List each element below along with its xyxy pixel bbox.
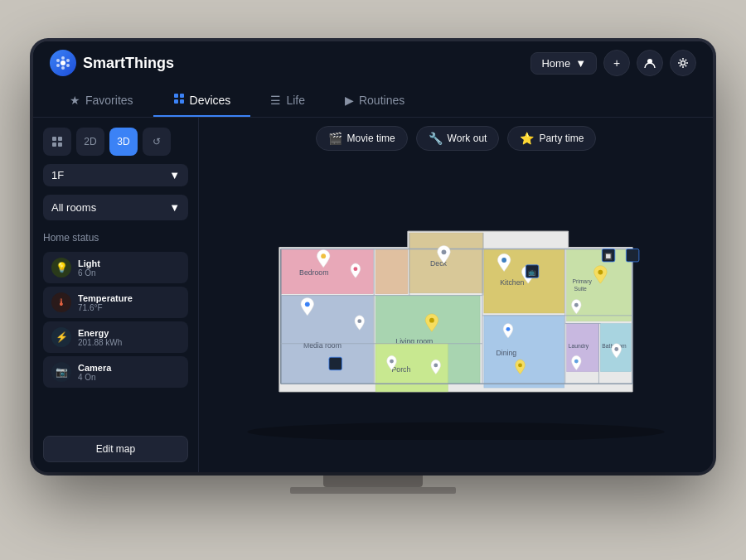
svg-point-64 (390, 360, 394, 364)
profile-button[interactable] (637, 50, 663, 76)
devices-icon (173, 93, 185, 107)
svg-text:Laundry: Laundry (569, 343, 589, 350)
svg-rect-11 (174, 99, 178, 104)
status-energy[interactable]: ⚡ Energy 201.88 kWh (43, 321, 188, 353)
2d-view-button[interactable]: 2D (76, 128, 104, 156)
nav-tabs: ★ Favorites Devices ☰ (33, 84, 713, 118)
floor-selector[interactable]: 1F ▼ (43, 164, 188, 186)
svg-text:Kitchen: Kitchen (500, 278, 524, 287)
tab-devices[interactable]: Devices (153, 84, 251, 117)
tab-life[interactable]: ☰ Life (250, 85, 325, 117)
workout-icon: 🔧 (429, 132, 443, 145)
svg-rect-75 (329, 357, 342, 370)
smartthings-app: SmartThings Home ▼ + (33, 41, 713, 472)
map-area: 🎬 Movie time 🔧 Work out ⭐ Party time (199, 118, 713, 472)
svg-point-58 (442, 249, 447, 254)
svg-rect-73 (626, 249, 639, 262)
scene-workout[interactable]: 🔧 Work out (416, 126, 500, 151)
svg-point-63 (574, 303, 579, 307)
light-icon: 💡 (51, 258, 71, 278)
svg-point-76 (434, 363, 438, 367)
svg-rect-9 (174, 94, 178, 98)
life-icon: ☰ (270, 94, 281, 107)
svg-point-6 (56, 59, 60, 62)
tab-favorites[interactable]: ★ Favorites (50, 85, 153, 117)
svg-rect-12 (180, 99, 184, 104)
logo-area: SmartThings (50, 50, 521, 76)
tab-routines[interactable]: ▶ Routines (325, 85, 424, 117)
svg-text:Media room: Media room (303, 341, 342, 350)
energy-icon: ⚡ (51, 327, 71, 347)
temperature-text: Temperature 71.6°F (78, 293, 133, 312)
movie-icon: 🎬 (328, 132, 342, 145)
temperature-icon: 🌡 (51, 292, 71, 312)
svg-rect-25 (484, 249, 564, 313)
svg-rect-19 (281, 296, 373, 384)
sidebar: 2D 3D ↺ 1F ▼ (33, 118, 199, 472)
svg-rect-13 (52, 137, 56, 141)
svg-text:📺: 📺 (528, 268, 536, 276)
svg-point-17 (247, 422, 665, 440)
status-camera[interactable]: 📷 Camera 4 On (43, 356, 188, 388)
svg-point-65 (518, 363, 522, 367)
history-icon: ↺ (153, 136, 161, 147)
scene-bar: 🎬 Movie time 🔧 Work out ⭐ Party time (212, 126, 700, 151)
home-status-title: Home status (43, 232, 188, 244)
header-controls: Home ▼ + (530, 50, 696, 76)
svg-point-56 (305, 302, 310, 307)
svg-point-55 (321, 253, 326, 258)
svg-text:Bedroom: Bedroom (299, 268, 328, 277)
scene-party[interactable]: ⭐ Party time (507, 126, 596, 151)
svg-rect-15 (52, 142, 56, 147)
settings-button[interactable] (670, 50, 696, 76)
svg-point-8 (681, 61, 685, 65)
svg-point-1 (61, 56, 65, 60)
room-selector[interactable]: All rooms ▼ (43, 195, 188, 220)
svg-point-66 (506, 327, 511, 331)
home-label: Home (541, 57, 570, 70)
tv-stand-base (290, 487, 456, 494)
svg-point-62 (357, 319, 361, 323)
tv-stand (323, 476, 423, 487)
light-text: Light 6 On (78, 258, 100, 278)
grid-view-button[interactable] (43, 128, 71, 156)
room-arrow-icon: ▼ (169, 201, 180, 214)
camera-text: Camera 4 On (78, 363, 111, 382)
svg-point-2 (66, 59, 70, 62)
history-view-button[interactable]: ↺ (143, 128, 171, 156)
floor-arrow-icon: ▼ (169, 169, 180, 181)
home-selector[interactable]: Home ▼ (530, 52, 597, 75)
status-temperature[interactable]: 🌡 Temperature 71.6°F (43, 287, 188, 318)
svg-text:Dining: Dining (496, 349, 516, 357)
status-light[interactable]: 💡 Light 6 On (43, 252, 188, 283)
camera-icon: 📷 (51, 362, 71, 382)
3d-view-button[interactable]: 3D (109, 128, 138, 156)
svg-point-68 (574, 360, 579, 364)
status-items: 💡 Light 6 On 🌡 Temperature 71.6°F (43, 252, 188, 388)
app-logo-icon (50, 50, 76, 76)
svg-rect-10 (180, 94, 184, 98)
svg-point-61 (598, 270, 603, 275)
tv-frame: SmartThings Home ▼ + (33, 41, 713, 472)
app-header: SmartThings Home ▼ + (33, 41, 713, 84)
energy-text: Energy 201.88 kWh (78, 328, 122, 347)
view-controls: 2D 3D ↺ (43, 128, 188, 156)
svg-point-59 (501, 258, 506, 263)
main-content: 2D 3D ↺ 1F ▼ (33, 118, 713, 472)
floor-plan: Media room Bedroom Living room Kitchen (212, 159, 700, 464)
svg-rect-14 (58, 137, 62, 141)
scene-movie[interactable]: 🎬 Movie time (316, 126, 408, 151)
favorites-icon: ★ (70, 94, 80, 107)
add-button[interactable]: + (603, 50, 630, 76)
floor-value: 1F (51, 169, 64, 181)
svg-text:Suite: Suite (574, 286, 587, 292)
edit-map-button[interactable]: Edit map (43, 436, 188, 462)
party-icon: ⭐ (520, 132, 534, 145)
room-value: All rooms (51, 201, 96, 214)
svg-text:🔲: 🔲 (604, 252, 613, 260)
tv-stand-area (290, 476, 456, 494)
svg-point-3 (66, 64, 70, 67)
app-name: SmartThings (83, 55, 174, 72)
svg-rect-16 (58, 142, 62, 147)
svg-point-5 (56, 64, 60, 67)
